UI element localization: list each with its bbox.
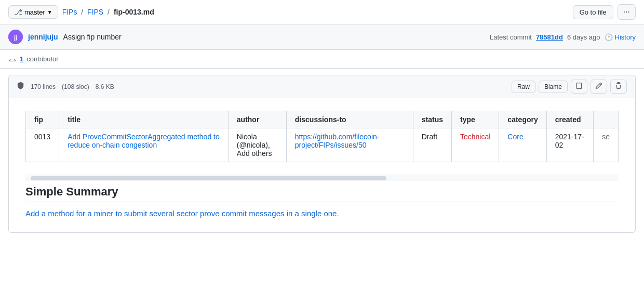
svg-text:jj: jj (14, 34, 17, 41)
history-label: History (615, 33, 636, 41)
contributors-count[interactable]: 1 (20, 55, 23, 63)
simple-summary-text: Add a method for a miner to submit sever… (25, 207, 619, 220)
delete-button[interactable] (610, 80, 627, 94)
file-sloc: (108 sloc) (62, 83, 89, 90)
breadcrumb-fips2[interactable]: FIPS (87, 8, 103, 16)
breadcrumb-current: fip-0013.md (114, 8, 154, 16)
commit-author[interactable]: jennijuju (28, 33, 58, 41)
raw-button[interactable]: Raw (512, 81, 535, 93)
top-bar: ⎇ master ▼ FIPs / FIPS / fip-0013.md Go … (0, 0, 644, 24)
col-header-status: status (413, 111, 451, 128)
table-wrapper[interactable]: fip title author discussions-to status t… (25, 111, 619, 175)
file-content: fip title author discussions-to status t… (8, 98, 636, 233)
fip-cell: 0013 (26, 128, 59, 162)
col-header-discussions: discussions-to (286, 111, 413, 128)
history-button[interactable]: 🕐 History (605, 33, 636, 41)
created-cell: 2021-17-02 (546, 128, 593, 162)
markdown-body: fip title author discussions-to status t… (9, 98, 635, 232)
commit-bar-right: Latest commit 78581dd 6 days ago 🕐 Histo… (490, 33, 636, 41)
edit-button[interactable] (591, 80, 607, 94)
file-info-bar: 170 lines (108 sloc) 8.6 KB Raw Blame (8, 75, 636, 98)
history-clock-icon: 🕐 (605, 33, 613, 41)
table-scrollbar[interactable] (25, 175, 619, 181)
top-bar-left: ⎇ master ▼ FIPs / FIPS / fip-0013.md (8, 5, 154, 19)
simple-summary-section: Simple Summary Add a method for a miner … (25, 185, 619, 220)
extra-cell: se (594, 128, 619, 162)
display-mode-button[interactable] (571, 80, 587, 94)
col-header-created: created (546, 111, 593, 128)
col-header-extra (594, 111, 619, 128)
col-header-type: type (451, 111, 499, 128)
contributors-label: contributor (26, 55, 58, 63)
top-bar-right: Go to file ··· (573, 4, 636, 20)
col-header-category: category (499, 111, 546, 128)
table-row: 0013 Add ProveCommitSectorAggregated met… (26, 128, 619, 162)
avatar: jj (8, 30, 23, 44)
col-header-fip: fip (26, 111, 59, 128)
more-options-button[interactable]: ··· (618, 4, 636, 20)
file-info-right: Raw Blame (512, 80, 627, 94)
branch-selector[interactable]: ⎇ master ▼ (8, 5, 58, 19)
commit-time: 6 days ago (567, 33, 600, 41)
latest-commit-label: Latest commit (490, 33, 532, 41)
status-cell: Draft (413, 128, 451, 162)
discussions-cell: https://github.com/filecoin-project/FIPs… (286, 128, 413, 162)
commit-bar-left: jj jennijuju Assign fip number (8, 30, 122, 44)
discussions-link[interactable]: https://github.com/filecoin-project/FIPs… (295, 133, 380, 149)
author-cell: Nicola (@nicola),Add others (228, 128, 286, 162)
contributors-icon (8, 54, 17, 64)
file-lines: 170 lines (31, 83, 56, 90)
breadcrumb-sep1: / (81, 8, 83, 16)
breadcrumb: FIPs / FIPS / fip-0013.md (62, 8, 154, 16)
go-to-file-button[interactable]: Go to file (573, 5, 613, 19)
breadcrumb-fips1[interactable]: FIPs (62, 8, 77, 16)
fip-table: fip title author discussions-to status t… (25, 111, 619, 162)
shield-icon (17, 82, 24, 91)
commit-hash[interactable]: 78581dd (536, 33, 563, 41)
commit-bar: jj jennijuju Assign fip number Latest co… (0, 24, 644, 50)
col-header-title: title (59, 111, 229, 128)
chevron-down-icon: ▼ (47, 9, 52, 15)
branch-icon: ⎇ (14, 8, 22, 16)
breadcrumb-sep2: / (108, 8, 110, 16)
blame-button[interactable]: Blame (539, 81, 568, 93)
table-scroll-track (31, 176, 386, 180)
file-info-left: 170 lines (108 sloc) 8.6 KB (17, 82, 114, 91)
type-cell: Technical (451, 128, 499, 162)
file-size: 8.6 KB (96, 83, 114, 90)
simple-summary-heading: Simple Summary (25, 185, 619, 202)
col-header-author: author (228, 111, 286, 128)
title-cell: Add ProveCommitSectorAggregated method t… (59, 128, 229, 162)
category-cell: Core (499, 128, 546, 162)
branch-name: master (24, 8, 45, 16)
contributors-bar: 1 contributor (0, 50, 644, 69)
commit-message: Assign fip number (63, 33, 122, 41)
